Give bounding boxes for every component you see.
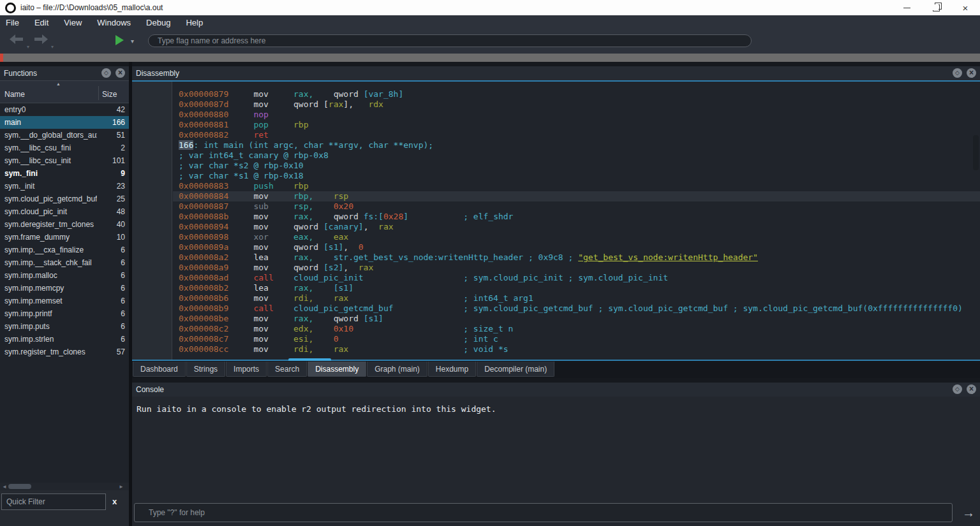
disassembly-line[interactable]: 0x000008a9 mov qword [s2], rax — [173, 263, 980, 273]
close-panel-icon[interactable]: × — [967, 68, 976, 78]
disassembly-line[interactable]: 0x000008c7 mov esi, 0 ; int c — [173, 334, 980, 344]
function-row[interactable]: entry042 — [0, 103, 129, 116]
back-button[interactable]: ▾ — [9, 34, 26, 48]
view-tab-bar: DashboardStringsImportsSearchDisassembly… — [132, 361, 980, 378]
minimize-button[interactable] — [892, 0, 921, 15]
disassembly-line[interactable]: 0x000008ad call cloud_pic_init ; sym.clo… — [173, 273, 980, 283]
forward-dropdown-icon[interactable]: ▾ — [51, 44, 54, 50]
disassembly-line[interactable]: 0x00000880 nop — [173, 110, 980, 120]
tab-search[interactable]: Search — [267, 362, 307, 377]
tab-strings[interactable]: Strings — [186, 362, 225, 377]
column-header-size[interactable]: Size — [102, 90, 117, 99]
menu-help[interactable]: Help — [178, 15, 211, 29]
function-row[interactable]: sym.imp.memset6 — [0, 295, 129, 307]
disassembly-line[interactable]: 0x0000089a mov qword [s1], 0 — [173, 242, 980, 252]
function-row[interactable]: sym.imp.malloc6 — [0, 269, 129, 282]
disassembly-line[interactable]: 0x000008a2 lea rax, str.get_best_vs_node… — [173, 252, 980, 263]
tab-disassembly[interactable]: Disassembly — [308, 362, 366, 377]
function-row[interactable]: sym.imp.puts6 — [0, 320, 129, 333]
function-row[interactable]: sym.imp.__cxa_finalize6 — [0, 244, 129, 256]
scroll-left-icon[interactable]: ◄ — [2, 484, 7, 490]
tab-imports[interactable]: Imports — [226, 362, 267, 377]
undock-panel-icon[interactable]: ◇ — [953, 384, 962, 394]
disassembly-line[interactable]: ; var char *s2 @ rbp-0x10 — [173, 161, 980, 171]
window-controls: × — [892, 0, 980, 15]
function-row[interactable]: sym.__libc_csu_fini2 — [0, 142, 129, 154]
disassembly-line[interactable]: 0x000008be mov rax, qword [s1] — [173, 314, 980, 324]
asm-token-w — [313, 334, 333, 344]
disassembly-line[interactable]: 0x000008c2 mov edx, 0x10 ; size_t n — [173, 324, 980, 334]
function-row[interactable]: sym.deregister_tm_clones40 — [0, 218, 129, 231]
tab-decompiler-main[interactable]: Decompiler (main) — [477, 362, 554, 377]
function-name: sym.frame_dummy — [0, 233, 97, 242]
function-row[interactable]: sym.imp.memcpy6 — [0, 282, 129, 295]
menu-debug[interactable]: Debug — [138, 15, 178, 29]
menu-file[interactable]: File — [0, 15, 27, 29]
quick-filter-input[interactable] — [1, 493, 106, 510]
disassembly-line[interactable]: 0x000008b2 lea rax, [s1] — [173, 283, 980, 293]
function-row[interactable]: main166 — [0, 116, 129, 129]
tab-dashboard[interactable]: Dashboard — [133, 362, 186, 377]
disassembly-line[interactable]: 0x00000882 ret — [173, 130, 980, 140]
disassembly-scrollbar-thumb[interactable] — [973, 135, 979, 170]
address-search-input[interactable] — [148, 34, 752, 47]
column-header-name[interactable]: Name — [4, 90, 25, 99]
functions-horizontal-scrollbar[interactable]: ◄ ► — [0, 483, 129, 490]
function-row[interactable]: sym.cloud_pic_init48 — [0, 205, 129, 218]
menu-windows[interactable]: Windows — [89, 15, 138, 29]
disassembly-line[interactable]: 0x00000883 push rbp — [173, 181, 980, 191]
scroll-right-icon[interactable]: ► — [119, 484, 124, 490]
asm-token-rs: rax — [329, 99, 343, 109]
tab-hexdump[interactable]: Hexdump — [428, 362, 476, 377]
restore-button[interactable] — [921, 0, 951, 15]
debug-dropdown-icon[interactable]: ▾ — [131, 38, 134, 45]
function-row[interactable]: sym.__do_global_dtors_aux51 — [0, 129, 129, 142]
console-send-button[interactable]: → — [959, 505, 978, 520]
debug-start-button[interactable] — [115, 35, 124, 45]
clear-filter-button[interactable]: x — [112, 497, 117, 506]
disassembly-line[interactable]: 0x00000887 sub rsp, 0x20 — [173, 201, 980, 212]
scrollbar-thumb[interactable] — [8, 484, 31, 489]
asm-token-sig: ; var char *s2 @ rbp-0x10 — [179, 161, 304, 170]
disassembly-line[interactable]: 0x00000898 xor eax, eax — [173, 232, 980, 242]
disassembly-line[interactable]: ; var int64_t canary @ rbp-0x8 — [173, 150, 980, 161]
function-row[interactable]: sym.__libc_csu_init101 — [0, 154, 129, 167]
disassembly-line[interactable]: 0x000008cc mov rdi, rax ; void *s — [173, 344, 980, 354]
function-row[interactable]: sym.imp.printf6 — [0, 307, 129, 320]
function-row[interactable]: sym._init23 — [0, 180, 129, 193]
function-row[interactable]: sym._fini9 — [0, 167, 129, 180]
functions-table-header[interactable]: ▲ Name Size — [0, 80, 129, 103]
menu-edit[interactable]: Edit — [27, 15, 56, 29]
forward-button[interactable]: ▾ — [33, 34, 50, 48]
asm-token-rs: rax — [334, 293, 348, 303]
disassembly-view[interactable]: 0x00000879 mov rax, qword [var_8h]0x0000… — [132, 82, 980, 360]
tab-graph-main[interactable]: Graph (main) — [367, 362, 427, 377]
disassembly-line[interactable]: 0x00000879 mov rax, qword [var_8h] — [173, 89, 980, 99]
asm-token-flow: pop — [253, 120, 268, 129]
function-row[interactable]: sym.frame_dummy10 — [0, 231, 129, 244]
close-panel-icon[interactable]: × — [115, 68, 125, 78]
console-command-input[interactable] — [134, 503, 953, 522]
disassembly-line[interactable]: 0x0000088b mov rax, qword fs:[0x28] ; el… — [173, 212, 980, 222]
undock-panel-icon[interactable]: ◇ — [101, 68, 111, 78]
disassembly-line[interactable]: 0x00000884 mov rbp, rsp — [173, 191, 980, 201]
menu-view[interactable]: View — [56, 15, 89, 29]
function-size: 51 — [97, 131, 129, 140]
disassembly-line[interactable]: ; var char *s1 @ rbp-0x18 — [173, 171, 980, 181]
function-row[interactable]: sym.imp.__stack_chk_fail6 — [0, 256, 129, 269]
asm-token-addr: 0x000008a2 — [179, 252, 228, 262]
close-button[interactable]: × — [951, 0, 980, 15]
function-row[interactable]: sym.register_tm_clones57 — [0, 346, 129, 358]
disassembly-line[interactable]: 0x00000894 mov qword [canary], rax — [173, 222, 980, 232]
disassembly-line[interactable]: 166: int main (int argc, char **argv, ch… — [173, 140, 980, 150]
disassembly-line[interactable]: 0x000008b6 mov rdi, rax ; int64_t arg1 — [173, 293, 980, 303]
asm-token-sig: ; var int64_t canary @ rbp-0x8 — [179, 150, 329, 160]
function-row[interactable]: sym.cloud_pic_getcmd_buf25 — [0, 193, 129, 205]
function-row[interactable]: sym.imp.strlen6 — [0, 333, 129, 346]
disassembly-line[interactable]: 0x0000087d mov qword [rax], rdx — [173, 99, 980, 110]
undock-panel-icon[interactable]: ◇ — [953, 68, 962, 78]
close-panel-icon[interactable]: × — [967, 384, 976, 394]
back-dropdown-icon[interactable]: ▾ — [27, 44, 29, 50]
disassembly-line[interactable]: 0x000008b9 call cloud_pic_getcmd_buf ; s… — [173, 303, 980, 314]
disassembly-line[interactable]: 0x00000881 pop rbp — [173, 120, 980, 130]
